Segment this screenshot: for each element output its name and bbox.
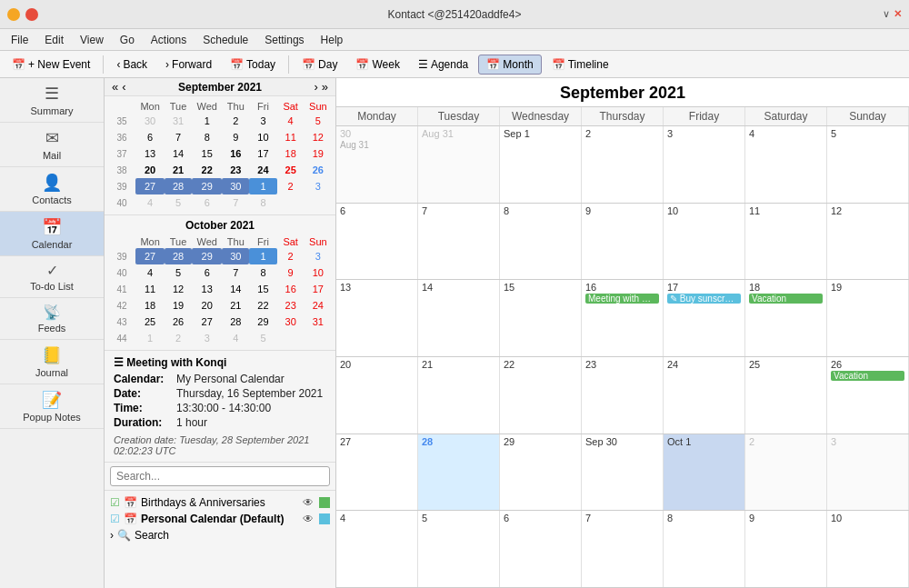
close-icon[interactable]: [25, 8, 38, 21]
title-control-min[interactable]: ∨: [883, 8, 890, 20]
sidebar-item-feeds[interactable]: 📡 Feeds: [0, 298, 104, 340]
mini-cal-prev-prev[interactable]: «: [110, 80, 120, 94]
cal-cell[interactable]: 3: [664, 126, 745, 203]
mini-cal-day[interactable]: 3: [305, 178, 332, 194]
menu-help[interactable]: Help: [314, 32, 351, 48]
personal-eye-icon[interactable]: 👁: [303, 513, 314, 525]
mini-cal-day[interactable]: 2: [222, 113, 249, 129]
event-chip-vacation-26[interactable]: Vacation: [831, 371, 904, 381]
mini-cal-day[interactable]: 14: [222, 281, 249, 297]
cal-cell[interactable]: 2: [582, 126, 664, 203]
menu-edit[interactable]: Edit: [37, 32, 71, 48]
mini-cal-day[interactable]: 31: [165, 113, 192, 129]
month-button[interactable]: 📅 Month: [478, 55, 541, 75]
mini-cal-day[interactable]: 9: [277, 264, 305, 281]
mini-cal-day[interactable]: 19: [305, 145, 332, 162]
timeline-button[interactable]: 📅 Timeline: [544, 55, 617, 75]
cal-cell[interactable]: 21: [418, 357, 500, 434]
cal-cell[interactable]: 15: [500, 280, 582, 356]
mini-cal-day[interactable]: 11: [135, 281, 165, 297]
mini-cal-day[interactable]: 1: [249, 248, 276, 264]
mini-cal-day[interactable]: 8: [249, 264, 276, 281]
cal-cell[interactable]: 24: [664, 357, 745, 434]
cal-cell[interactable]: 3: [827, 434, 909, 511]
cal-cell[interactable]: 7: [582, 511, 664, 587]
mini-cal-day[interactable]: 24: [249, 162, 276, 178]
sidebar-item-todo[interactable]: ✓ To-do List: [0, 256, 104, 298]
mini-cal-day[interactable]: 25: [277, 162, 305, 178]
menu-view[interactable]: View: [73, 32, 111, 48]
cal-cell[interactable]: 8: [664, 511, 745, 587]
cal-cell[interactable]: 12: [827, 204, 909, 280]
mini-cal-day[interactable]: 6: [135, 129, 165, 145]
cal-cell-sep28[interactable]: 28: [418, 434, 500, 511]
mini-cal-day[interactable]: 5: [305, 113, 332, 129]
event-chip-vacation-18[interactable]: Vacation: [749, 294, 823, 304]
today-button[interactable]: 📅 Today: [222, 55, 284, 75]
mini-cal-day[interactable]: 22: [192, 162, 222, 178]
cal-cell[interactable]: 30 Aug 31: [336, 126, 418, 203]
mini-cal-day[interactable]: 29: [192, 248, 222, 264]
mini-cal-day[interactable]: 17: [249, 145, 276, 162]
mini-cal-day[interactable]: 5: [165, 194, 192, 211]
personal-calendar-item[interactable]: ☑ 📅 Personal Calendar (Default) 👁: [110, 511, 330, 527]
mini-cal-day[interactable]: 1: [192, 113, 222, 129]
sidebar-item-contacts[interactable]: 👤 Contacts: [0, 167, 104, 212]
search-input[interactable]: [110, 466, 330, 486]
birthdays-checkbox[interactable]: ☑: [110, 496, 120, 509]
mini-cal-day[interactable]: 15: [249, 281, 276, 297]
cal-cell[interactable]: 10: [664, 204, 745, 280]
agenda-button[interactable]: ☰ Agenda: [410, 55, 476, 75]
mini-cal-day[interactable]: 10: [249, 129, 276, 145]
mini-cal-day[interactable]: 26: [165, 314, 192, 330]
cal-cell-oct1[interactable]: Oct 1: [664, 434, 745, 511]
mini-cal-day[interactable]: 9: [222, 129, 249, 145]
mini-cal-day[interactable]: 1: [249, 178, 276, 194]
cal-cell[interactable]: 25: [745, 357, 827, 434]
event-chip-meeting[interactable]: Meeting with Ko...: [585, 294, 659, 304]
new-event-button[interactable]: 📅 + New Event: [4, 55, 98, 75]
search-expand-item[interactable]: › 🔍 Search: [110, 527, 330, 543]
day-button[interactable]: 📅 Day: [294, 55, 345, 75]
menu-schedule[interactable]: Schedule: [195, 32, 255, 48]
personal-checkbox[interactable]: ☑: [110, 513, 120, 525]
mini-cal-day[interactable]: 7: [222, 264, 249, 281]
cal-cell[interactable]: 6: [336, 204, 418, 280]
mini-cal-day[interactable]: 6: [192, 194, 222, 211]
mini-cal-day[interactable]: 20: [192, 297, 222, 314]
cal-cell[interactable]: Sep 1: [500, 126, 582, 203]
cal-cell-sep18[interactable]: 18 Vacation: [745, 280, 827, 356]
title-control-close[interactable]: ✕: [894, 8, 902, 20]
mini-cal-day[interactable]: 28: [165, 248, 192, 264]
minimize-icon[interactable]: [7, 8, 20, 21]
cal-cell[interactable]: 29: [500, 434, 582, 511]
mini-cal-day[interactable]: 29: [249, 314, 276, 330]
mini-cal-day[interactable]: 16: [222, 145, 249, 162]
mini-cal-day[interactable]: 21: [222, 297, 249, 314]
cal-cell[interactable]: 11: [745, 204, 827, 280]
mini-cal-day[interactable]: 26: [305, 162, 332, 178]
mini-cal-day[interactable]: 16: [277, 281, 305, 297]
cal-cell[interactable]: 27: [336, 434, 418, 511]
mini-cal-day[interactable]: 4: [222, 330, 249, 346]
cal-cell[interactable]: 4: [336, 511, 418, 587]
mini-cal-day[interactable]: 5: [249, 330, 276, 346]
mini-cal-day[interactable]: 3: [249, 113, 276, 129]
mini-cal-day[interactable]: 30: [135, 113, 165, 129]
mini-cal-day[interactable]: 27: [192, 314, 222, 330]
cal-cell[interactable]: 8: [500, 204, 582, 280]
mini-cal-day[interactable]: 2: [277, 178, 305, 194]
mini-cal-day[interactable]: 12: [165, 281, 192, 297]
cal-cell[interactable]: 10: [827, 511, 909, 587]
cal-cell[interactable]: 2: [745, 434, 827, 511]
event-chip-sunscreen[interactable]: ✎ Buy sunscreen: [667, 294, 741, 304]
cal-cell[interactable]: 19: [827, 280, 909, 356]
mini-cal-prev[interactable]: ‹: [120, 80, 127, 94]
mini-cal-day[interactable]: 10: [305, 264, 332, 281]
mini-cal-day[interactable]: 18: [277, 145, 305, 162]
cal-cell[interactable]: 14: [418, 280, 500, 356]
mini-cal-day[interactable]: 27: [135, 178, 165, 194]
cal-cell[interactable]: 5: [418, 511, 500, 587]
mini-cal-day[interactable]: 21: [165, 162, 192, 178]
mini-cal-day[interactable]: 8: [249, 194, 276, 211]
